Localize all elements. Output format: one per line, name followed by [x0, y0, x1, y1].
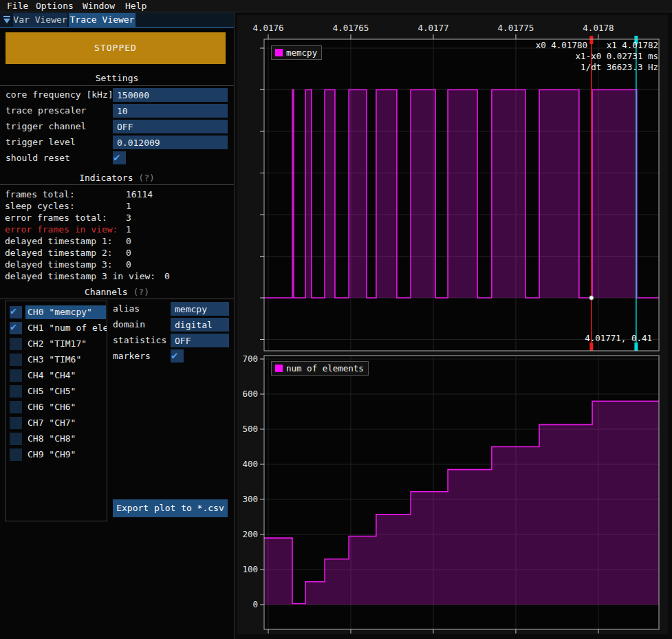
channel-checkbox[interactable]: ✔	[10, 322, 22, 334]
acquisition-state-button[interactable]: STOPPED	[6, 32, 226, 64]
alias-label: alias	[113, 302, 140, 316]
export-csv-button[interactable]: Export plot to *.csv	[113, 499, 228, 517]
channel-checkbox[interactable]	[10, 448, 22, 461]
channel-checkbox[interactable]	[10, 401, 22, 413]
trace-prescaler-input[interactable]	[113, 104, 228, 118]
help-icon[interactable]: (?)	[138, 173, 154, 183]
channel-checkbox[interactable]	[10, 433, 22, 445]
domain-select[interactable]	[171, 318, 229, 332]
separator	[0, 85, 234, 86]
domain-label: domain	[113, 318, 145, 332]
channel-row-5[interactable]: CH5 "CH5"	[6, 385, 107, 400]
channel-row-9[interactable]: CH9 "CH9"	[6, 448, 107, 463]
channel-label: CH5 "CH5"	[28, 385, 107, 398]
svg-text:300: 300	[242, 494, 258, 504]
channel-checkbox[interactable]	[10, 338, 22, 350]
indicator-label-error: error frames in view:	[5, 224, 118, 235]
indicator-label: delayed timestamp 1:	[5, 235, 113, 247]
statistics-select[interactable]	[171, 334, 229, 347]
indicator-value: 1	[126, 200, 131, 212]
indicator-label: delayed timestamp 2:	[5, 247, 113, 259]
core-frequency-label: core frequency [kHz]	[6, 88, 113, 102]
channel-label: CH6 "CH6"	[28, 400, 107, 414]
svg-text:4.0178: 4.0178	[583, 23, 614, 33]
svg-text:400: 400	[242, 459, 258, 469]
indicator-value: 0	[126, 247, 131, 259]
indicator-value: 0	[126, 259, 131, 270]
indicators-title: Indicators (?)	[0, 173, 234, 183]
series-swatch-icon	[275, 365, 283, 372]
indicator-value: 3	[126, 212, 131, 224]
channel-checkbox[interactable]	[10, 385, 22, 398]
indicators-title-text: Indicators	[79, 173, 133, 183]
elements-count-plot[interactable]: 0100200300400500600700	[235, 351, 672, 639]
channel-checkbox[interactable]	[10, 417, 22, 429]
tab-bar: Var Viewer Trace Viewer	[0, 12, 234, 28]
svg-text:600: 600	[242, 389, 258, 399]
check-icon: ✔	[171, 349, 178, 362]
legend-label: num of elements	[286, 363, 364, 373]
channel-row-4[interactable]: CH4 "CH4"	[6, 369, 107, 384]
channel-row-1[interactable]: ✔CH1 "num of elem	[6, 321, 107, 336]
channel-row-8[interactable]: CH8 "CH8"	[6, 432, 107, 447]
channel-row-6[interactable]: CH6 "CH6"	[6, 400, 107, 415]
legend-num-of-elements[interactable]: num of elements	[271, 361, 369, 376]
check-icon: ✔	[10, 305, 17, 317]
trigger-level-label: trigger level	[6, 136, 76, 149]
chevron-down-icon	[3, 19, 10, 23]
marker-frequency-label: 1/dt 36623.3 Hz	[581, 62, 658, 72]
channel-listbox: ✔CH0 "memcpy"✔CH1 "num of elemCH2 "TIM17…	[5, 301, 107, 521]
channel-label: CH1 "num of elem	[28, 321, 107, 335]
indicator-label: sleep cycles:	[5, 200, 75, 212]
tab-var-viewer[interactable]: Var Viewer	[13, 13, 67, 27]
tab-list-popup-icon[interactable]	[2, 15, 12, 25]
legend-memcpy[interactable]: memcpy	[271, 45, 322, 60]
marker-x1-label: x1 4.01782	[607, 40, 658, 50]
trigger-channel-select[interactable]	[113, 120, 228, 133]
svg-text:4.01775: 4.01775	[498, 23, 534, 33]
tab-trace-viewer[interactable]: Trace Viewer	[69, 13, 136, 27]
marker-delta-label: x1-x0 0.02731 ms	[576, 51, 658, 61]
channel-row-3[interactable]: CH3 "TIM6"	[6, 353, 107, 368]
menu-window[interactable]: Window	[83, 1, 115, 12]
alias-input[interactable]	[171, 302, 229, 316]
channel-row-2[interactable]: CH2 "TIM17"	[6, 337, 107, 352]
svg-text:700: 700	[242, 354, 258, 364]
channel-checkbox[interactable]	[10, 354, 22, 366]
svg-text:0: 0	[252, 599, 258, 609]
indicator-label: delayed timestamp 3:	[5, 259, 113, 270]
channel-row-7[interactable]: CH7 "CH7"	[6, 416, 107, 431]
check-icon: ✔	[113, 151, 120, 164]
channel-checkbox[interactable]: ✔	[10, 306, 22, 318]
indicator-label: delayed timestamp 3 in view:	[5, 270, 155, 282]
cursor-position-readout: 4.01771, 0.41	[585, 333, 652, 343]
indicator-label: error frames total:	[5, 212, 107, 224]
channel-label: CH8 "CH8"	[28, 432, 107, 446]
channel-label: CH2 "TIM17"	[28, 337, 107, 351]
trace-prescaler-label: trace prescaler	[6, 104, 86, 118]
svg-text:4.0176: 4.0176	[252, 23, 283, 33]
svg-text:100: 100	[242, 564, 258, 574]
channel-checkbox[interactable]	[10, 369, 22, 382]
tab-bar-underline	[0, 27, 234, 28]
channels-title-text: Channels	[85, 287, 128, 297]
trigger-level-input[interactable]	[113, 136, 228, 149]
series-swatch-icon	[275, 49, 283, 56]
app-root: File Options Window Help Var Viewer Trac…	[0, 0, 672, 639]
menu-options[interactable]: Options	[36, 1, 74, 12]
menu-help[interactable]: Help	[125, 1, 147, 12]
channel-row-0[interactable]: ✔CH0 "memcpy"	[6, 305, 107, 321]
should-reset-checkbox[interactable]: ✔	[113, 151, 126, 164]
help-icon[interactable]: (?)	[133, 287, 149, 297]
channels-title: Channels (?)	[0, 287, 234, 297]
tab-list-popup-bar	[3, 16, 10, 17]
settings-title: Settings	[0, 73, 234, 83]
core-frequency-input[interactable]	[113, 88, 228, 102]
indicator-value: 0	[126, 235, 131, 247]
channel-label: CH0 "memcpy"	[28, 305, 107, 319]
svg-text:4.0177: 4.0177	[418, 23, 448, 33]
channel-label: CH9 "CH9"	[28, 448, 107, 462]
channel-label: CH4 "CH4"	[28, 369, 107, 382]
menu-file[interactable]: File	[7, 1, 28, 12]
markers-checkbox[interactable]: ✔	[171, 349, 184, 362]
